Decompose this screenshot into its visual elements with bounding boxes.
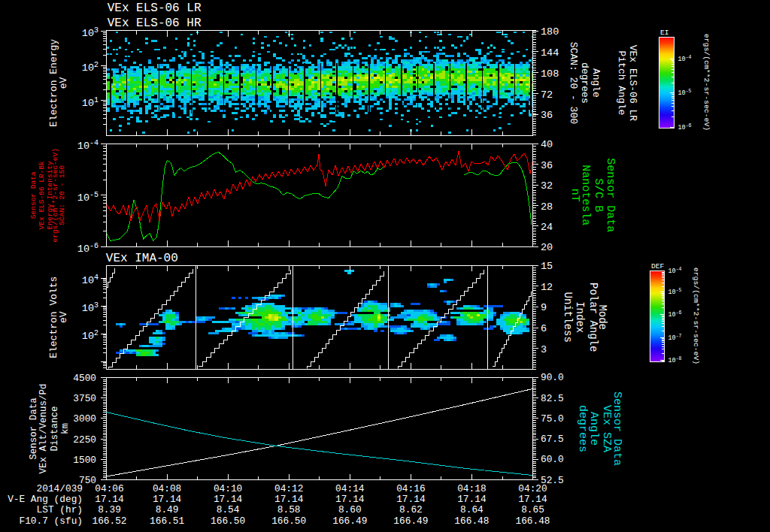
svg-text:VEx ELS-06 LR-Bk: VEx ELS-06 LR-Bk: [38, 161, 46, 230]
svg-text:166.52: 166.52: [92, 515, 126, 527]
svg-text:20: 20: [541, 242, 553, 253]
svg-text:04:18: 04:18: [457, 483, 486, 494]
svg-text:101: 101: [82, 96, 99, 109]
svg-text:10-4: 10-4: [77, 139, 99, 152]
svg-text:Angle: Angle: [590, 68, 602, 98]
svg-text:75.0: 75.0: [541, 413, 564, 425]
svg-text:Sensor Data: Sensor Data: [29, 397, 39, 460]
svg-text:Pitch Angle: Pitch Angle: [616, 50, 627, 115]
svg-text:103: 103: [82, 301, 99, 314]
svg-text:SCAN: 20 - 300: SCAN: 20 - 300: [568, 42, 579, 124]
svg-text:VEx ELS-06 LR: VEx ELS-06 LR: [108, 2, 202, 15]
svg-text:04:06: 04:06: [95, 483, 123, 494]
svg-text:24: 24: [541, 222, 553, 233]
svg-text:72: 72: [541, 89, 553, 101]
svg-text:166.51: 166.51: [150, 515, 184, 527]
svg-text:VEx IMA-00: VEx IMA-00: [106, 252, 178, 265]
svg-text:166.50: 166.50: [271, 515, 306, 527]
svg-text:S/C B: S/C B: [592, 178, 605, 212]
svg-text:32: 32: [541, 180, 553, 192]
svg-text:8.54: 8.54: [217, 504, 240, 515]
svg-text:10-4: 10-4: [678, 55, 692, 63]
svg-text:eV: eV: [58, 311, 69, 323]
svg-text:eV: eV: [58, 77, 69, 89]
svg-text:108: 108: [541, 68, 559, 80]
svg-text:166.49: 166.49: [393, 515, 428, 527]
svg-text:60.0: 60.0: [541, 454, 564, 465]
svg-text:Sensor Data: Sensor Data: [604, 158, 617, 232]
svg-text:8.64: 8.64: [460, 504, 484, 515]
svg-text:17.14: 17.14: [153, 494, 182, 505]
svg-text:10-6: 10-6: [668, 310, 682, 319]
svg-text:10-5: 10-5: [678, 89, 692, 97]
svg-text:V-E Ang (deg): V-E Ang (deg): [8, 494, 83, 505]
svg-text:15: 15: [541, 261, 553, 272]
svg-text:17.14: 17.14: [457, 494, 487, 505]
svg-text:28: 28: [541, 201, 553, 213]
svg-text:12: 12: [541, 282, 553, 293]
svg-text:3000: 3000: [73, 413, 96, 425]
svg-text:nT: nT: [568, 189, 581, 202]
svg-text:17.14: 17.14: [335, 494, 365, 505]
svg-text:04:14: 04:14: [335, 483, 365, 494]
svg-text:144: 144: [541, 47, 559, 59]
svg-text:VEx ELS-06 HR: VEx ELS-06 HR: [108, 17, 202, 30]
svg-text:04:16: 04:16: [396, 483, 425, 494]
svg-text:DEF: DEF: [651, 262, 664, 271]
svg-text:8.58: 8.58: [277, 504, 301, 515]
svg-text:8.49: 8.49: [156, 504, 179, 515]
svg-text:2014/039: 2014/039: [37, 483, 83, 494]
svg-text:102: 102: [82, 61, 99, 74]
svg-text:VEx ELS-06 LR: VEx ELS-06 LR: [627, 45, 638, 122]
svg-text:8.60: 8.60: [338, 504, 362, 515]
svg-text:Sensor Data: Sensor Data: [29, 171, 38, 219]
svg-text:17.14: 17.14: [214, 494, 243, 505]
svg-text:VEx Alt/Venus/Pd: VEx Alt/Venus/Pd: [38, 383, 49, 473]
svg-text:LST (hr): LST (hr): [37, 504, 83, 515]
svg-text:17.14: 17.14: [95, 494, 124, 505]
svg-text:2250: 2250: [73, 434, 96, 446]
svg-text:8.39: 8.39: [98, 504, 121, 515]
svg-text:ergs/(cm**2-sr-sec-eV): ergs/(cm**2-sr-sec-eV): [692, 268, 700, 364]
svg-text:degrees: degrees: [576, 405, 589, 452]
svg-text:103: 103: [82, 26, 99, 39]
svg-text:6: 6: [541, 323, 547, 334]
svg-text:40: 40: [541, 139, 553, 150]
svg-text:Mode: Mode: [596, 304, 608, 330]
svg-text:166.48: 166.48: [454, 515, 489, 527]
svg-text:166.50: 166.50: [211, 515, 245, 527]
svg-text:17.14: 17.14: [518, 494, 547, 505]
svg-text:104: 104: [82, 274, 99, 286]
svg-text:Distance: Distance: [50, 406, 60, 451]
svg-text:17.14: 17.14: [274, 494, 304, 505]
svg-text:90.0: 90.0: [541, 372, 564, 383]
svg-text:04:08: 04:08: [153, 483, 181, 494]
svg-text:8.62: 8.62: [399, 504, 423, 515]
svg-text:10-5: 10-5: [77, 191, 99, 204]
svg-text:180: 180: [541, 26, 559, 38]
svg-text:67.5: 67.5: [541, 434, 564, 445]
svg-text:km: km: [60, 423, 71, 434]
svg-text:SCAN: 20 - 150: SCAN: 20 - 150: [58, 165, 66, 225]
svg-text:9: 9: [541, 302, 547, 313]
svg-text:ergs/(cm**2-sr-sec-eV): ergs/(cm**2-sr-sec-eV): [702, 34, 711, 131]
svg-text:10-6: 10-6: [77, 242, 99, 255]
svg-text:F10.7 (sfu): F10.7 (sfu): [20, 515, 83, 527]
svg-text:1500: 1500: [73, 455, 96, 466]
svg-text:166.48: 166.48: [515, 515, 550, 527]
svg-text:3: 3: [541, 344, 547, 355]
svg-text:Index: Index: [574, 301, 586, 333]
svg-text:degrees: degrees: [579, 62, 590, 104]
svg-text:17.14: 17.14: [396, 494, 426, 505]
svg-text:Unitless: Unitless: [562, 292, 574, 343]
svg-text:10-5: 10-5: [668, 288, 682, 296]
svg-text:10-6: 10-6: [678, 123, 692, 131]
svg-text:10-7: 10-7: [668, 334, 682, 342]
svg-text:04:10: 04:10: [214, 483, 242, 494]
svg-text:166.49: 166.49: [332, 515, 367, 527]
svg-text:102: 102: [82, 329, 99, 342]
svg-text:10-8: 10-8: [668, 356, 682, 364]
svg-text:VEx SZA: VEx SZA: [600, 405, 613, 452]
svg-text:82.5: 82.5: [541, 393, 564, 404]
svg-text:36: 36: [541, 110, 553, 121]
